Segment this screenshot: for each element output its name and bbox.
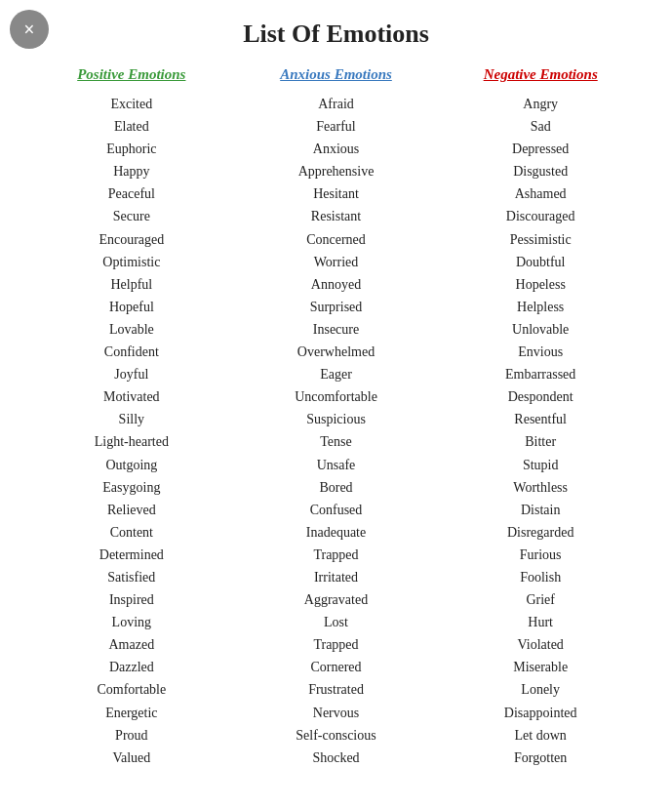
list-item: Peaceful bbox=[108, 182, 155, 205]
list-item: Inspired bbox=[109, 588, 154, 611]
column-positive: Positive EmotionsExcitedElatedEuphoricHa… bbox=[29, 66, 234, 769]
list-item: Confused bbox=[310, 499, 363, 521]
list-item: Irritated bbox=[314, 566, 358, 588]
column-anxious: Anxious EmotionsAfraidFearfulAnxiousAppr… bbox=[234, 66, 439, 769]
list-item: Hurt bbox=[528, 611, 553, 633]
list-item: Embarrassed bbox=[505, 363, 575, 385]
list-item: Light-hearted bbox=[95, 430, 169, 453]
list-item: Proud bbox=[115, 724, 147, 747]
list-item: Comfortable bbox=[97, 678, 166, 701]
list-item: Relieved bbox=[107, 499, 156, 521]
list-item: Apprehensive bbox=[298, 160, 375, 182]
list-item: Foolish bbox=[520, 566, 561, 588]
list-item: Concerned bbox=[306, 228, 366, 251]
list-item: Resistant bbox=[311, 205, 361, 227]
list-item: Resentful bbox=[514, 408, 567, 430]
list-item: Helpless bbox=[517, 296, 564, 318]
list-item: Loving bbox=[112, 611, 151, 633]
list-item: Worthless bbox=[513, 476, 568, 499]
list-item: Outgoing bbox=[105, 454, 157, 476]
list-item: Unlovable bbox=[512, 318, 569, 341]
list-item: Encouraged bbox=[99, 228, 164, 251]
list-item: Disappointed bbox=[504, 702, 577, 724]
list-item: Euphoric bbox=[106, 138, 156, 160]
list-item: Dazzled bbox=[109, 656, 154, 678]
list-item: Determined bbox=[99, 544, 164, 566]
list-item: Eager bbox=[320, 363, 352, 385]
list-item: Surprised bbox=[310, 296, 363, 318]
list-item: Distain bbox=[521, 499, 560, 521]
list-item: Confident bbox=[104, 341, 159, 363]
list-item: Hopeful bbox=[109, 296, 154, 318]
list-item: Frustrated bbox=[308, 678, 364, 701]
list-item: Satisfied bbox=[107, 566, 155, 588]
list-item: Content bbox=[110, 521, 153, 544]
list-item: Aggravated bbox=[304, 588, 368, 611]
list-item: Discouraged bbox=[506, 205, 575, 227]
list-item: Silly bbox=[119, 408, 144, 430]
list-item: Forgotten bbox=[514, 747, 567, 769]
column-header-positive: Positive Emotions bbox=[77, 66, 185, 83]
list-item: Motivated bbox=[103, 385, 160, 408]
list-item: Self-conscious bbox=[296, 724, 376, 747]
list-item: Elated bbox=[114, 115, 149, 138]
list-item: Bitter bbox=[525, 430, 556, 453]
list-item: Anxious bbox=[313, 138, 359, 160]
list-item: Unsafe bbox=[317, 454, 356, 476]
list-item: Annoyed bbox=[311, 273, 361, 296]
list-item: Suspicious bbox=[306, 408, 366, 430]
main-container: List Of Emotions Positive EmotionsExcite… bbox=[0, 0, 672, 798]
list-item: Uncomfortable bbox=[295, 385, 377, 408]
list-item: Worried bbox=[314, 251, 359, 273]
list-item: Miserable bbox=[513, 656, 568, 678]
list-item: Amazed bbox=[109, 633, 155, 656]
list-item: Despondent bbox=[508, 385, 573, 408]
list-item: Trapped bbox=[313, 544, 358, 566]
list-item: Lonely bbox=[521, 678, 560, 701]
list-item: Depressed bbox=[512, 138, 569, 160]
list-item: Cornered bbox=[310, 656, 361, 678]
list-item: Easygoing bbox=[102, 476, 160, 499]
list-item: Lovable bbox=[109, 318, 154, 341]
column-negative: Negative EmotionsAngrySadDepressedDisgus… bbox=[438, 66, 643, 769]
list-item: Inadequate bbox=[306, 521, 366, 544]
list-item: Happy bbox=[113, 160, 149, 182]
list-item: Shocked bbox=[312, 747, 359, 769]
list-item: Tense bbox=[320, 430, 351, 453]
list-item: Pessimistic bbox=[510, 228, 572, 251]
column-header-anxious: Anxious Emotions bbox=[280, 66, 392, 83]
list-item: Optimistic bbox=[102, 251, 160, 273]
list-item: Fearful bbox=[316, 115, 355, 138]
list-item: Overwhelmed bbox=[297, 341, 375, 363]
list-item: Hopeless bbox=[516, 273, 566, 296]
close-icon: × bbox=[23, 19, 34, 41]
list-item: Furious bbox=[520, 544, 562, 566]
list-item: Sad bbox=[531, 115, 551, 138]
list-item: Secure bbox=[113, 205, 150, 227]
list-item: Grief bbox=[526, 588, 555, 611]
list-item: Ashamed bbox=[515, 182, 567, 205]
list-item: Disgusted bbox=[513, 160, 568, 182]
list-item: Angry bbox=[523, 93, 558, 115]
list-item: Disregarded bbox=[507, 521, 573, 544]
list-item: Valued bbox=[112, 747, 150, 769]
list-item: Stupid bbox=[523, 454, 559, 476]
list-item: Insecure bbox=[313, 318, 359, 341]
list-item: Hesitant bbox=[313, 182, 359, 205]
list-item: Violated bbox=[517, 633, 563, 656]
list-item: Bored bbox=[319, 476, 352, 499]
list-item: Let down bbox=[515, 724, 567, 747]
page-title: List Of Emotions bbox=[29, 20, 643, 49]
close-button[interactable]: × bbox=[10, 10, 49, 49]
emotions-columns: Positive EmotionsExcitedElatedEuphoricHa… bbox=[29, 66, 643, 769]
column-header-negative: Negative Emotions bbox=[484, 66, 598, 83]
list-item: Nervous bbox=[313, 702, 359, 724]
list-item: Trapped bbox=[313, 633, 358, 656]
list-item: Afraid bbox=[318, 93, 354, 115]
list-item: Doubtful bbox=[516, 251, 566, 273]
list-item: Excited bbox=[110, 93, 152, 115]
list-item: Helpful bbox=[110, 273, 152, 296]
list-item: Envious bbox=[518, 341, 563, 363]
list-item: Lost bbox=[324, 611, 348, 633]
list-item: Joyful bbox=[114, 363, 148, 385]
